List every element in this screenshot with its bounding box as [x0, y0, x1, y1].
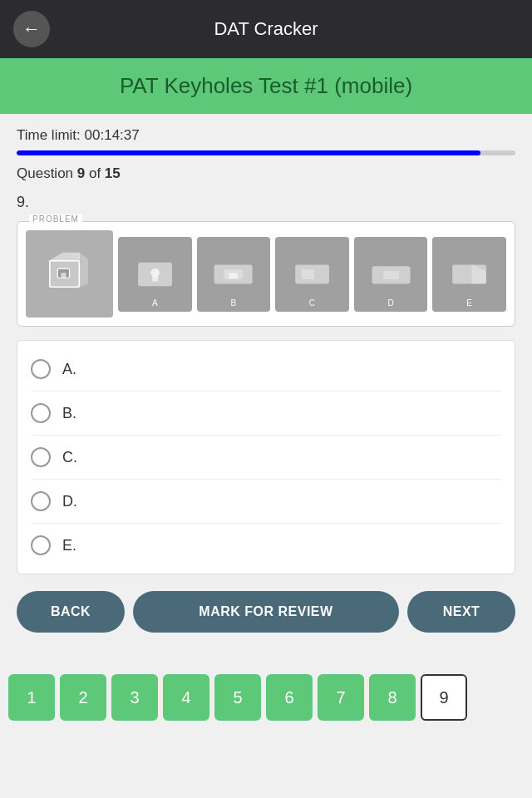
next-button[interactable]: NEXT	[407, 591, 515, 633]
progress-bar-fill	[17, 150, 480, 155]
svg-rect-13	[302, 269, 313, 278]
time-limit-display: Time limit: 00:14:37	[17, 127, 515, 144]
nav-button-4[interactable]: 4	[163, 674, 209, 721]
question-number: 9.	[17, 194, 515, 211]
option-e-svg	[447, 252, 491, 297]
nav-button-9[interactable]: 9	[421, 674, 467, 721]
svg-rect-8	[152, 275, 158, 281]
option-a-label: A	[152, 298, 158, 308]
answer-image-e: E	[432, 237, 506, 312]
nav-button-3[interactable]: 3	[111, 674, 158, 721]
problem-main-image	[26, 230, 113, 318]
option-e-text: E.	[62, 537, 76, 554]
option-b-svg	[211, 252, 255, 297]
radio-b[interactable]	[31, 403, 51, 423]
radio-c[interactable]	[31, 447, 51, 467]
back-icon-button[interactable]: ←	[13, 11, 50, 47]
answer-option-c[interactable]: C.	[31, 436, 501, 480]
radio-a[interactable]	[31, 359, 51, 379]
option-a-text: A.	[62, 361, 76, 378]
option-c-text: C.	[62, 449, 77, 466]
option-b-label: B	[231, 298, 237, 308]
svg-rect-5	[61, 273, 66, 278]
main-keyhole-svg	[43, 248, 96, 300]
svg-rect-15	[383, 271, 398, 278]
radio-e[interactable]	[31, 535, 51, 555]
time-limit-value: 00:14:37	[85, 127, 140, 143]
answer-option-e[interactable]: E.	[31, 524, 501, 567]
nav-button-1[interactable]: 1	[8, 674, 55, 721]
action-buttons: BACK MARK FOR REVIEW NEXT	[17, 591, 515, 633]
option-a-svg	[133, 252, 177, 297]
page-title: PAT Keyholes Test #1 (mobile)	[17, 73, 515, 99]
answer-image-a: A	[118, 237, 192, 312]
main-content: Time limit: 00:14:37 Question 9 of 15 9.…	[0, 114, 532, 666]
current-question: 9	[77, 165, 85, 181]
nav-button-7[interactable]: 7	[318, 674, 364, 721]
answer-option-d[interactable]: D.	[31, 480, 501, 524]
nav-button-8[interactable]: 8	[369, 674, 416, 721]
nav-button-2[interactable]: 2	[60, 674, 106, 721]
answer-option-a[interactable]: A.	[31, 347, 501, 392]
header-title: DAT Cracker	[214, 18, 318, 40]
answer-image-d: D	[354, 237, 428, 312]
answer-option-b[interactable]: B.	[31, 392, 501, 436]
nav-button-6[interactable]: 6	[266, 674, 313, 721]
svg-rect-11	[229, 273, 239, 278]
header: ← DAT Cracker	[0, 0, 532, 58]
option-e-label: E	[466, 298, 472, 308]
problem-label: PROBLEM	[29, 214, 82, 224]
svg-marker-2	[50, 253, 79, 260]
option-c-label: C	[309, 298, 315, 308]
problem-images: A B C	[26, 230, 506, 318]
time-limit-label: Time limit:	[17, 127, 81, 143]
nav-button-5[interactable]: 5	[214, 674, 261, 721]
option-d-svg	[369, 252, 413, 297]
answer-options-container: A. B. C. D. E.	[17, 340, 515, 574]
answer-image-b: B	[197, 237, 271, 312]
radio-d[interactable]	[31, 491, 51, 511]
back-arrow-icon: ←	[22, 20, 41, 38]
mark-review-button[interactable]: MARK FOR REVIEW	[133, 591, 399, 633]
progress-bar-container	[17, 150, 515, 155]
option-d-label: D	[387, 298, 393, 308]
question-navigation: 123456789	[0, 666, 532, 721]
question-count: Question 9 of 15	[17, 165, 515, 182]
svg-marker-3	[79, 253, 87, 287]
option-d-text: D.	[62, 493, 77, 510]
answer-image-c: C	[275, 237, 349, 312]
total-questions: 15	[105, 165, 121, 181]
back-button[interactable]: BACK	[17, 591, 125, 633]
problem-box: PROBLEM	[17, 221, 515, 327]
option-c-svg	[290, 252, 334, 297]
option-b-text: B.	[62, 405, 76, 422]
subtitle-banner: PAT Keyholes Test #1 (mobile)	[0, 58, 532, 114]
